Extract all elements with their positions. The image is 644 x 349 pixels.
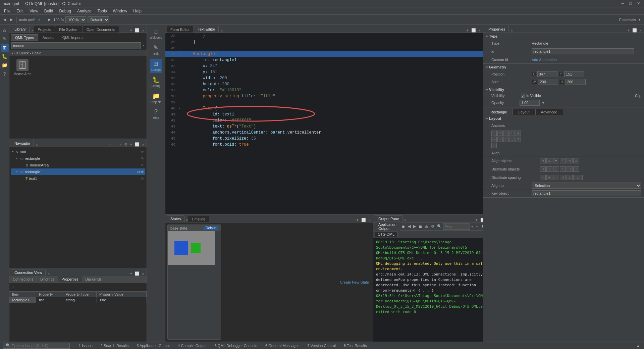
align-right-btn[interactable]: ⊢ <box>553 158 559 163</box>
mode-edit[interactable]: ✎ Edit <box>152 43 160 57</box>
anchor-bottom[interactable]: ⊤ <box>516 137 521 142</box>
add-annotation-button[interactable]: Add Annotation <box>532 58 557 62</box>
close-button[interactable]: ✕ <box>636 1 641 6</box>
essentials-dropdown[interactable]: ▾ <box>637 16 642 23</box>
w-input[interactable] <box>538 79 558 85</box>
status-version[interactable]: 7 Version Control <box>305 343 338 348</box>
anchor-topright[interactable]: ⌝ <box>503 131 509 136</box>
text1-visibility-btn[interactable]: 👁 <box>141 177 144 181</box>
rectangle1-visibility-btn[interactable]: ⊙ <box>137 170 140 174</box>
conn-remove-btn[interactable]: − <box>17 283 22 291</box>
code-editor[interactable]: 28 } 29 } 30 31 ▸ Rectang <box>165 33 483 214</box>
menu-help[interactable]: Help <box>130 8 144 14</box>
nav-up-btn[interactable]: ↑ <box>118 143 122 147</box>
status-tests[interactable]: 8 Test Results <box>341 343 370 348</box>
anchor-hcenter[interactable]: ⊥ <box>497 137 503 142</box>
tab-library[interactable]: Library <box>11 26 30 33</box>
tree-row-rectangle1[interactable]: ▾ ▭ rectangle1 ⊙ 👁 <box>11 168 145 175</box>
forward-button[interactable]: ▶ <box>9 16 14 23</box>
status-compile[interactable]: 4 Compile Output <box>175 343 209 348</box>
output-record-btn[interactable]: ⏺ <box>400 223 407 230</box>
lib-tab-qml-imports[interactable]: QML Imports <box>58 34 88 41</box>
cv-menu-btn[interactable]: ▾ <box>129 271 133 276</box>
menu-edit[interactable]: Edit <box>14 8 26 14</box>
text-editor-close[interactable]: × <box>221 29 223 33</box>
lib-tab-qml-types[interactable]: QML Types <box>11 34 38 41</box>
tree-row-rectangle[interactable]: ▾ ▭ rectangle 👁 <box>11 155 145 162</box>
align-top-btn[interactable]: ⊤ <box>560 158 566 163</box>
output-clear-btn[interactable]: ⏏ <box>424 223 430 230</box>
editor-float-btn[interactable]: ⬜ <box>470 28 477 33</box>
align-hcenter-btn[interactable]: ⊥ <box>546 158 552 163</box>
tree-row-root[interactable]: ▾ ○ root 👁 <box>11 148 145 155</box>
states-float-btn[interactable]: ⬜ <box>360 218 367 222</box>
spacing-v-btn[interactable]: ↕ <box>553 175 559 180</box>
menu-view[interactable]: View <box>27 8 41 14</box>
qts-qml-tab[interactable]: QTS-QML <box>375 231 397 237</box>
library-menu-btn[interactable]: ▾ <box>129 28 133 33</box>
spacing-center-btn[interactable]: ⊕ <box>546 175 552 180</box>
nav-down-btn[interactable]: ↓ <box>114 143 118 147</box>
dist-right-btn[interactable]: ⊢ <box>553 166 559 172</box>
status-general[interactable]: 6 General Messages <box>263 343 302 348</box>
output-search-btn[interactable]: 🔍 <box>436 223 443 230</box>
mode-projects[interactable]: 📁 Projects <box>149 91 163 105</box>
menu-window[interactable]: Window <box>110 8 130 14</box>
tab-filesystem[interactable]: File System <box>55 26 82 33</box>
menu-build[interactable]: Build <box>42 8 56 14</box>
navigator-close-btn[interactable]: × <box>141 143 145 147</box>
id-arrow-btn[interactable]: → <box>635 48 641 55</box>
output-settings-btn[interactable]: ⚙ <box>430 223 436 230</box>
id-input[interactable] <box>532 48 634 54</box>
status-up-btn[interactable]: ▲ <box>635 342 641 349</box>
visibility-section-header[interactable]: ▾ Visibility <box>483 86 644 93</box>
tab-open-documents[interactable]: Open Documents <box>83 26 119 33</box>
align-bottom-btn[interactable]: ⊥ <box>573 158 579 163</box>
tab-navigator[interactable]: Navigator <box>11 140 34 147</box>
status-issues[interactable]: 1 Issues <box>76 343 95 348</box>
lib-item-mousearea[interactable]: Mouse Area <box>11 57 34 78</box>
geometry-section-header[interactable]: ▾ Geometry <box>483 64 644 70</box>
output-filter-input[interactable] <box>443 223 470 230</box>
layout-section-header[interactable]: ▾ Layout <box>483 115 644 122</box>
dist-left-btn[interactable]: ⊣ <box>540 166 546 172</box>
back-button[interactable]: ◀ <box>2 16 7 23</box>
props-close-btn[interactable]: × <box>639 29 643 33</box>
dist-bottom-btn[interactable]: ⊥ <box>573 166 579 172</box>
debug-icon[interactable]: 🐛 <box>1 52 9 60</box>
search-clear-btn[interactable]: × <box>142 43 145 48</box>
lib-tab-assets[interactable]: Assets <box>38 34 58 41</box>
dist-hcenter-btn[interactable]: ⊥ <box>546 166 552 172</box>
mode-help[interactable]: ? Help <box>152 107 161 121</box>
create-new-state-button[interactable]: Create New State <box>340 280 369 284</box>
status-qml-debugger[interactable]: 5 QML Debugger Console <box>212 343 260 348</box>
library-section-header[interactable]: ▾ Qt Quick - Basic <box>9 50 147 56</box>
anchor-left[interactable]: ⊣ <box>491 137 497 142</box>
anchor-bottomright[interactable]: ⌟ <box>491 143 497 148</box>
library-search-input[interactable] <box>11 42 141 49</box>
mode-welcome[interactable]: ⌂ Welcome <box>148 27 163 41</box>
dist-vcenter-btn[interactable]: ⊣ <box>567 166 573 172</box>
library-close[interactable]: × <box>32 29 34 33</box>
is-visible-check[interactable]: ✓ Is Visible <box>521 94 541 98</box>
conn-add-btn[interactable]: + <box>11 283 16 291</box>
output-stop-btn[interactable]: ⏹ <box>417 223 424 230</box>
tab-text-editor[interactable]: Text Editor <box>194 26 219 33</box>
tab-form-editor[interactable]: Form Editor <box>167 26 193 33</box>
props-float-btn[interactable]: ⬜ <box>631 28 638 33</box>
tab-projects[interactable]: Projects <box>34 26 55 33</box>
properties-close[interactable]: × <box>511 29 513 33</box>
opacity-dropdown-btn[interactable]: ▾ <box>541 99 545 106</box>
conn-tab-bindings[interactable]: Bindings <box>37 276 58 282</box>
navigator-close[interactable]: × <box>36 143 38 147</box>
editor-close-all-btn[interactable]: × <box>478 29 482 33</box>
root-visibility-btn[interactable]: 👁 <box>141 150 144 154</box>
design-icon[interactable]: ⊞ <box>1 44 9 52</box>
rectangle1-eye-btn[interactable]: 👁 <box>141 170 144 174</box>
minimize-button[interactable]: ─ <box>620 1 626 6</box>
menu-analyze[interactable]: Analyze <box>74 8 94 14</box>
menu-file[interactable]: File <box>1 8 13 14</box>
edit-icon[interactable]: ✎ <box>1 35 9 43</box>
output-pane-close[interactable]: × <box>404 218 406 222</box>
projects-icon[interactable]: 📁 <box>1 61 9 69</box>
